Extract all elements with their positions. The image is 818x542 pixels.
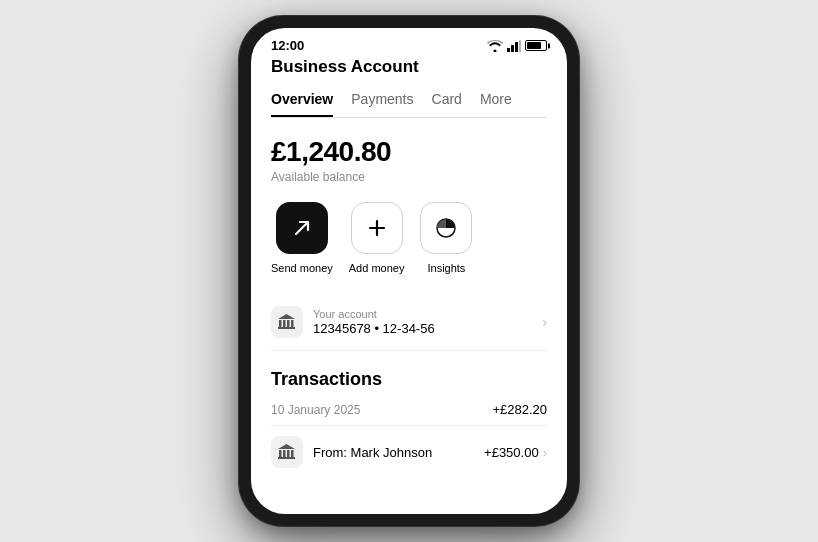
transaction-item[interactable]: From: Mark Johnson +£350.00 › [271, 425, 547, 478]
insights-button[interactable] [420, 202, 472, 254]
svg-rect-11 [279, 450, 282, 457]
account-icon [271, 306, 303, 338]
tab-payments[interactable]: Payments [351, 91, 413, 117]
svg-rect-2 [515, 42, 518, 52]
actions-bar: Send money Add money [271, 202, 547, 274]
svg-rect-1 [511, 45, 514, 52]
phone-screen: 12:00 [251, 28, 567, 514]
account-title: Business Account [271, 57, 547, 77]
bank-transfer-icon [278, 444, 296, 460]
transaction-chevron: › [543, 445, 547, 460]
svg-rect-8 [291, 320, 294, 327]
bank-icon [278, 314, 296, 330]
signal-icon [507, 40, 521, 52]
transaction-date-row: 10 January 2025 +£282.20 [271, 402, 547, 417]
send-money-label: Send money [271, 262, 333, 274]
account-info: Your account 12345678 • 12-34-56 [313, 308, 435, 336]
transaction-amount: +£350.00 › [484, 445, 547, 460]
account-row-chevron: › [542, 314, 547, 330]
status-time: 12:00 [271, 38, 304, 53]
transaction-date-amount: +£282.20 [492, 402, 547, 417]
tab-bar: Overview Payments Card More [271, 91, 547, 118]
svg-rect-14 [291, 450, 294, 457]
svg-rect-6 [283, 320, 286, 327]
svg-marker-10 [278, 314, 295, 319]
svg-rect-12 [283, 450, 286, 457]
status-bar: 12:00 [251, 28, 567, 57]
svg-rect-13 [287, 450, 290, 457]
balance-amount: £1,240.80 [271, 136, 547, 168]
account-row-left: Your account 12345678 • 12-34-56 [271, 306, 435, 338]
transaction-date: 10 January 2025 [271, 403, 360, 417]
add-money-action[interactable]: Add money [349, 202, 405, 274]
transaction-name: From: Mark Johnson [313, 445, 432, 460]
svg-marker-16 [278, 444, 295, 449]
tab-more[interactable]: More [480, 91, 512, 117]
tab-card[interactable]: Card [432, 91, 462, 117]
send-money-icon [291, 217, 313, 239]
account-row[interactable]: Your account 12345678 • 12-34-56 › [271, 294, 547, 351]
svg-rect-9 [278, 327, 295, 329]
svg-rect-5 [279, 320, 282, 327]
status-icons [487, 40, 547, 52]
svg-rect-15 [278, 457, 295, 459]
battery-icon [525, 40, 547, 51]
send-money-action[interactable]: Send money [271, 202, 333, 274]
transactions-title: Transactions [271, 369, 547, 390]
svg-rect-3 [519, 40, 521, 52]
svg-rect-7 [287, 320, 290, 327]
account-info-number: 12345678 • 12-34-56 [313, 321, 435, 336]
insights-icon [435, 217, 457, 239]
svg-rect-0 [507, 48, 510, 52]
transaction-left: From: Mark Johnson [271, 436, 432, 468]
insights-action[interactable]: Insights [420, 202, 472, 274]
add-money-label: Add money [349, 262, 405, 274]
account-info-label: Your account [313, 308, 435, 320]
phone-device: 12:00 [239, 16, 579, 526]
transaction-icon [271, 436, 303, 468]
insights-label: Insights [427, 262, 465, 274]
add-money-icon [366, 217, 388, 239]
screen-content: Business Account Overview Payments Card … [251, 57, 567, 514]
wifi-icon [487, 40, 503, 52]
send-money-button[interactable] [276, 202, 328, 254]
add-money-button[interactable] [351, 202, 403, 254]
tab-overview[interactable]: Overview [271, 91, 333, 117]
balance-label: Available balance [271, 170, 547, 184]
